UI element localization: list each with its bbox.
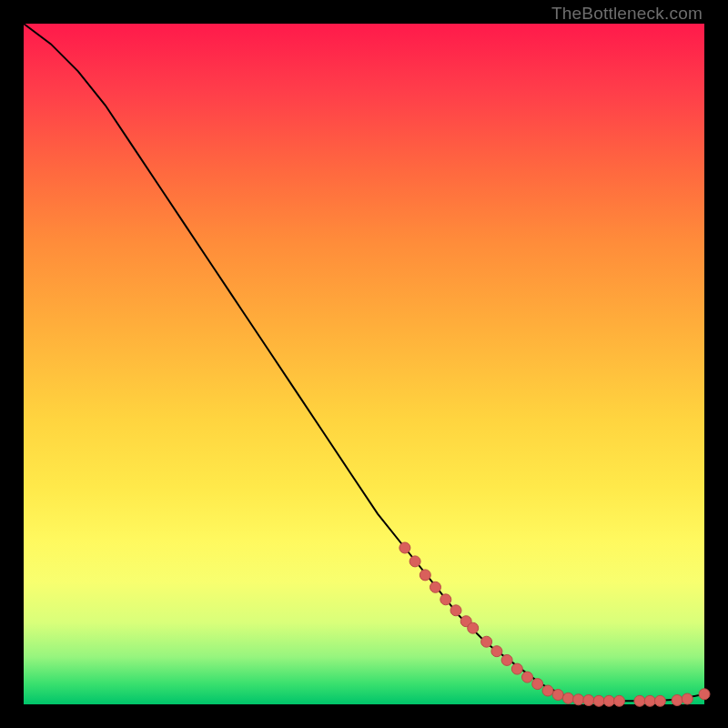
data-markers: [399, 542, 710, 706]
data-marker: [644, 695, 655, 706]
data-marker: [468, 622, 479, 633]
watermark-text: TheBottleneck.com: [551, 4, 703, 24]
data-marker: [672, 695, 682, 706]
data-marker: [614, 695, 625, 706]
chart-stage: TheBottleneck.com: [0, 0, 728, 728]
data-marker: [562, 693, 573, 703]
bottleneck-curve-line: [24, 24, 704, 701]
data-marker: [450, 605, 461, 616]
data-marker: [440, 594, 451, 605]
data-marker: [542, 685, 553, 696]
data-marker: [410, 556, 420, 567]
data-marker: [699, 689, 710, 700]
data-marker: [583, 695, 594, 706]
data-marker: [552, 690, 563, 701]
data-marker: [603, 695, 614, 706]
data-marker: [593, 695, 604, 706]
chart-svg: [24, 24, 704, 704]
data-marker: [573, 694, 584, 705]
data-marker: [420, 570, 430, 581]
data-marker: [532, 679, 543, 690]
data-marker: [634, 695, 645, 706]
data-marker: [430, 581, 441, 592]
data-marker: [654, 695, 665, 706]
data-marker: [491, 646, 502, 657]
data-marker: [511, 663, 522, 674]
chart-plot-area: [24, 24, 704, 704]
data-marker: [399, 542, 410, 553]
data-marker: [501, 654, 512, 665]
data-marker: [522, 672, 533, 682]
data-marker: [481, 636, 492, 647]
data-marker: [682, 693, 693, 704]
